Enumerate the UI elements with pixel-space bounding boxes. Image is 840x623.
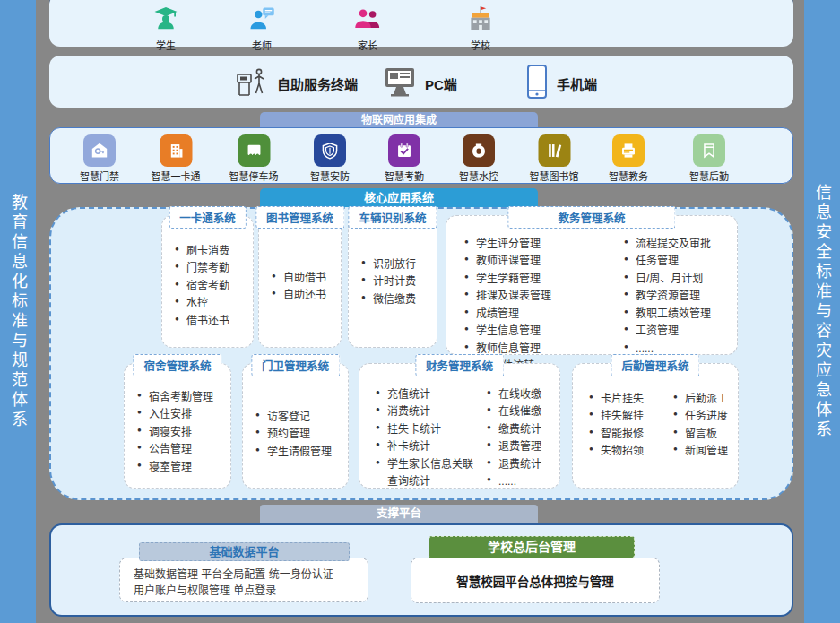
card-title: 一卡通系统 xyxy=(169,206,247,229)
card-item: 教师评课管理 xyxy=(464,253,608,270)
card-item: 学生请假管理 xyxy=(255,444,344,461)
card-item: 缴费统计 xyxy=(487,421,556,438)
iot-item-label: 智慧教务 xyxy=(609,169,648,183)
card-dormitory-system: 宿舍管理系统 宿舍考勤管理入住安排调寝安排公告管理寝室管理 xyxy=(124,363,231,489)
card-gate-system: 门卫管理系统 访客登记预约管理学生请假管理 xyxy=(242,363,349,489)
card-title: 财务管理系统 xyxy=(415,354,504,376)
card-item-list: 在线收缴在线催缴缴费统计退费管理退费统计...... xyxy=(485,386,559,491)
door-access-icon xyxy=(83,134,116,167)
building-card-icon xyxy=(160,134,192,167)
device-item-label: 自助服务终端 xyxy=(277,74,358,93)
user-item-school: 学校 xyxy=(467,5,494,52)
iot-item-label: 智慧安防 xyxy=(310,169,350,183)
iot-item-water-control: 智慧水控 xyxy=(459,134,498,183)
student-icon xyxy=(152,5,179,36)
card-item: 调寝安排 xyxy=(137,424,227,441)
card-item: ...... xyxy=(487,473,556,490)
iot-item-access-control: 智慧门禁 xyxy=(80,134,119,183)
calendar-check-icon xyxy=(388,134,420,167)
iot-item-library: 智慧图书馆 xyxy=(530,134,579,183)
card-item-list: 充值统计消费统计挂失卡统计补卡统计学生家长信息关联查询统计 xyxy=(363,386,485,491)
card-item: 挂失卡统计 xyxy=(376,421,481,438)
card-item: 后勤派工 xyxy=(673,391,734,408)
parents-icon xyxy=(354,5,381,36)
card-item: 充值统计 xyxy=(376,386,481,403)
card-title: 门卫管理系统 xyxy=(251,354,340,376)
card-item: 新闻管理 xyxy=(673,443,734,460)
iot-item-label: 智慧水控 xyxy=(459,169,498,183)
teacher-icon xyxy=(248,5,275,36)
card-item: 留言板 xyxy=(673,426,734,443)
base-data-platform-header: 基础数据平台 xyxy=(139,542,350,561)
card-item-list: 刷卡消费门禁考勤宿舍考勤水控借书还书 xyxy=(162,216,253,330)
card-item: 公告管理 xyxy=(137,441,227,458)
card-columns: 学生评分管理教师评课管理学生学籍管理排课及课表管理成绩管理学生信息管理教师信息管… xyxy=(446,216,737,376)
support-section-banner: 支撑平台 xyxy=(260,505,538,523)
school-admin-header: 学校总后台管理 xyxy=(429,536,635,558)
user-item-label: 老师 xyxy=(252,38,272,52)
card-item: 排课及课表管理 xyxy=(464,288,608,305)
books-icon xyxy=(538,134,570,167)
card-item: 自助还书 xyxy=(272,287,337,304)
base-data-platform-card: 基础数据管理 平台全局配置 统一身份认证 用户账户与权限管理 单点登录 xyxy=(119,558,368,602)
printer-icon xyxy=(612,134,645,167)
device-item-label: PC端 xyxy=(425,74,457,93)
devices-panel: 自助服务终端 PC端 手机端 xyxy=(49,56,793,108)
card-item: 计时计费 xyxy=(361,273,433,290)
card-item: 教学资源管理 xyxy=(624,288,733,305)
pc-monitor-icon xyxy=(383,66,417,100)
card-title: 车辆识别系统 xyxy=(348,206,437,229)
water-jar-icon xyxy=(463,134,495,167)
card-columns: 充值统计消费统计挂失卡统计补卡统计学生家长信息关联查询统计 在线收缴在线催缴缴费… xyxy=(359,364,559,491)
card-item-list: 识别放行计时计费微信缴费 xyxy=(349,216,437,308)
card-title: 后勤管理系统 xyxy=(611,354,699,376)
card-item: 自助借书 xyxy=(272,270,337,287)
iot-item-logistics: 智慧后勤 xyxy=(689,134,729,183)
card-library-system: 图书管理系统 自助借书自助还书 xyxy=(258,215,342,348)
card-item: 补卡统计 xyxy=(376,438,481,455)
card-item: 日/周、月计划 xyxy=(624,271,733,288)
card-item: 学生家长信息关联查询统计 xyxy=(376,456,481,491)
card-item: 退费管理 xyxy=(487,438,556,455)
card-title: 教务管理系统 xyxy=(507,206,675,229)
iot-item-parking: 智慧停车场 xyxy=(229,134,279,183)
right-sidebar-label: 信息安全标准与容灾应急体系 xyxy=(810,184,834,440)
card-item: 预约管理 xyxy=(255,426,344,443)
smart-campus-architecture-diagram: 教育信息化标准与规范体系 信息安全标准与容灾应急体系 学生 老师 xyxy=(0,0,840,623)
user-item-label: 学生 xyxy=(156,38,176,52)
card-item: 挂失解挂 xyxy=(589,408,668,425)
device-item-kiosk: 自助服务终端 xyxy=(233,64,358,103)
card-item: 教职工绩效管理 xyxy=(624,306,733,323)
card-academic-system: 教务管理系统 学生评分管理教师评课管理学生学籍管理排课及课表管理成绩管理学生信息… xyxy=(446,215,738,355)
iot-item-label: 智慧门禁 xyxy=(80,169,119,183)
card-item: 借书还书 xyxy=(175,313,249,330)
card-item: 失物招领 xyxy=(589,443,668,460)
device-item-mobile: 手机端 xyxy=(525,64,597,103)
iot-section-banner: 物联网应用集成 xyxy=(260,112,538,128)
card-onecard-system: 一卡通系统 刷卡消费门禁考勤宿舍考勤水控借书还书 xyxy=(161,215,254,348)
card-item: 任务管理 xyxy=(624,253,733,270)
iot-item-label: 智慧停车场 xyxy=(229,169,279,183)
user-item-teacher: 老师 xyxy=(248,5,275,52)
card-item: 水控 xyxy=(175,295,249,312)
card-item-list: 自助借书自助还书 xyxy=(259,216,341,305)
card-item: 入住安排 xyxy=(137,406,227,423)
card-columns: 卡片挂失挂失解挂智能报修失物招领 后勤派工任务进度留言板新闻管理 xyxy=(573,364,738,461)
card-item: 识别放行 xyxy=(361,256,433,273)
card-item: 访客登记 xyxy=(255,409,344,426)
card-item: 寝室管理 xyxy=(137,459,227,476)
card-item-list: 后勤派工任务进度留言板新闻管理 xyxy=(671,391,738,461)
card-item: 门禁考勤 xyxy=(175,260,249,277)
iot-item-label: 智慧后勤 xyxy=(689,169,729,183)
iot-item-label: 智慧图书馆 xyxy=(530,169,579,183)
iot-item-academic: 智慧教务 xyxy=(609,134,648,183)
card-item: 学生信息管理 xyxy=(464,323,608,340)
banner-flag-icon xyxy=(693,134,725,167)
school-icon xyxy=(467,5,494,36)
content-column: 学生 老师 家长 学校 xyxy=(49,0,793,623)
card-logistics-system: 后勤管理系统 卡片挂失挂失解挂智能报修失物招领 后勤派工任务进度留言板新闻管理 xyxy=(572,363,739,489)
user-item-student: 学生 xyxy=(152,5,179,52)
card-item-list: 访客登记预约管理学生请假管理 xyxy=(243,364,348,461)
card-item: 刷卡消费 xyxy=(175,243,249,260)
card-item: 在线收缴 xyxy=(487,386,556,403)
